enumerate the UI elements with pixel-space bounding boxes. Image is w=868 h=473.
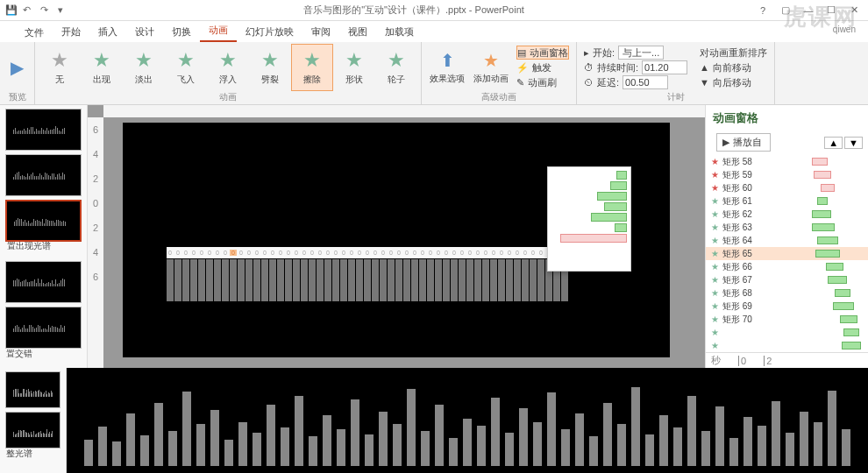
- timeline-bar[interactable]: [812, 210, 831, 218]
- tab-幻灯片放映[interactable]: 幻灯片放映: [237, 22, 302, 42]
- move-later-button[interactable]: ▼向后移动: [700, 75, 767, 89]
- spectrum-bar[interactable]: [427, 259, 434, 301]
- anim-effect-擦除[interactable]: ★擦除: [291, 44, 333, 91]
- spectrum-bar[interactable]: [435, 259, 442, 301]
- tab-视图[interactable]: 视图: [339, 22, 376, 42]
- account-name[interactable]: qiwen: [833, 25, 856, 34]
- timeline-bar[interactable]: [817, 236, 838, 244]
- tab-开始[interactable]: 开始: [53, 22, 89, 42]
- move-up-button[interactable]: ▲: [824, 137, 843, 149]
- minimize-icon[interactable]: —: [798, 3, 819, 18]
- anim-effect-飞入[interactable]: ★飞入: [165, 44, 207, 91]
- ribbon-options-icon[interactable]: ▢: [775, 3, 796, 18]
- animation-item[interactable]: ★矩形 67: [706, 273, 868, 286]
- add-animation-button[interactable]: ★添加动画: [469, 44, 513, 91]
- file-tab[interactable]: 文件: [16, 23, 53, 42]
- spectrum-bar[interactable]: [395, 259, 402, 301]
- timeline-bar[interactable]: [815, 250, 840, 258]
- redo-icon[interactable]: ↷: [40, 4, 53, 17]
- spectrum-bar[interactable]: [324, 259, 331, 301]
- timeline-bar[interactable]: [821, 184, 835, 192]
- spectrum-bar[interactable]: [167, 259, 174, 301]
- animation-item[interactable]: ★: [706, 326, 868, 339]
- spectrum-bar[interactable]: [490, 259, 497, 301]
- animation-item[interactable]: ★矩形 61: [706, 194, 868, 208]
- spectrum-bars[interactable]: 0000000000000000000000000000000000000000…: [167, 259, 608, 301]
- spectrum-bar[interactable]: [530, 259, 537, 301]
- spectrum-bar[interactable]: [222, 259, 229, 301]
- timeline-bar[interactable]: [840, 315, 857, 323]
- spectrum-bar[interactable]: [332, 259, 339, 301]
- slide-thumbnail[interactable]: 置出现光谱: [5, 200, 82, 242]
- trigger-button[interactable]: ⚡触发: [516, 60, 569, 74]
- spectrum-bar[interactable]: [459, 259, 466, 301]
- spectrum-bar[interactable]: [537, 259, 544, 301]
- spectrum-bar[interactable]: [443, 259, 450, 301]
- tab-设计[interactable]: 设计: [126, 22, 163, 42]
- animation-item[interactable]: ★矩形 58: [706, 155, 868, 168]
- anim-effect-轮子[interactable]: ★轮子: [375, 44, 417, 91]
- spectrum-bar[interactable]: [482, 259, 489, 301]
- slide-thumbnail[interactable]: [5, 371, 60, 408]
- animation-item[interactable]: ★矩形 69: [706, 300, 868, 313]
- timeline-bar[interactable]: [843, 328, 859, 336]
- spectrum-bar[interactable]: [261, 259, 268, 301]
- animation-item[interactable]: ★矩形 62: [706, 208, 868, 221]
- preview-button[interactable]: ▶: [4, 44, 31, 91]
- slide-thumbnail[interactable]: 整光谱: [5, 412, 60, 448]
- slide-editor[interactable]: 6420246 00000000000000000000000000000000…: [88, 105, 705, 368]
- timeline-bar[interactable]: [814, 171, 831, 179]
- spectrum-bar[interactable]: [269, 259, 276, 301]
- timeline-bar[interactable]: [817, 197, 828, 205]
- tab-切换[interactable]: 切换: [163, 22, 200, 42]
- spectrum-bar[interactable]: [309, 259, 316, 301]
- spectrum-bar[interactable]: [466, 259, 473, 301]
- move-down-button[interactable]: ▼: [844, 137, 863, 149]
- spectrum-bar[interactable]: [317, 259, 324, 301]
- tab-插入[interactable]: 插入: [89, 22, 126, 42]
- play-from-button[interactable]: ▶播放自: [716, 133, 771, 152]
- effect-options-button[interactable]: ⬆效果选项: [425, 44, 469, 91]
- spectrum-bar[interactable]: [403, 259, 410, 301]
- spectrum-bar[interactable]: [388, 259, 395, 301]
- spectrum-bar[interactable]: [238, 259, 245, 301]
- spectrum-bar[interactable]: [364, 259, 371, 301]
- slide-thumbnail[interactable]: 置交错: [5, 307, 82, 349]
- timeline-bar[interactable]: [812, 223, 835, 231]
- move-earlier-button[interactable]: ▲向前移动: [700, 60, 767, 74]
- spectrum-bar[interactable]: [356, 259, 363, 301]
- animation-item[interactable]: ★矩形 63: [706, 221, 868, 234]
- timeline-bar[interactable]: [828, 276, 847, 284]
- tab-动画[interactable]: 动画: [200, 20, 237, 42]
- slide-canvas[interactable]: 0000000000000000000000000000000000000000…: [123, 123, 670, 357]
- spectrum-bar[interactable]: [451, 259, 458, 301]
- undo-icon[interactable]: ↶: [23, 4, 35, 17]
- animation-item[interactable]: ★矩形 59: [706, 168, 868, 181]
- animation-pane-button[interactable]: ▤动画窗格: [516, 46, 569, 60]
- qat-more-icon[interactable]: ▾: [58, 4, 70, 17]
- spectrum-bar[interactable]: [182, 259, 189, 301]
- spectrum-bar[interactable]: [230, 259, 237, 301]
- anim-effect-无[interactable]: ★无: [39, 44, 81, 91]
- spectrum-bar[interactable]: [277, 259, 284, 301]
- spectrum-bar[interactable]: [293, 259, 300, 301]
- start-row[interactable]: ▸开始:与上一...: [584, 46, 687, 60]
- spectrum-bar[interactable]: [174, 259, 181, 301]
- spectrum-bar[interactable]: [506, 259, 513, 301]
- spectrum-bar[interactable]: [522, 259, 529, 301]
- spectrum-bar[interactable]: [498, 259, 505, 301]
- animation-item[interactable]: ★: [706, 339, 868, 352]
- spectrum-bar[interactable]: [285, 259, 292, 301]
- spectrum-bar[interactable]: [348, 259, 355, 301]
- spectrum-bar[interactable]: [198, 259, 205, 301]
- spectrum-bar[interactable]: [301, 259, 308, 301]
- tab-加载项[interactable]: 加载项: [376, 22, 423, 42]
- anim-effect-劈裂[interactable]: ★劈裂: [249, 44, 291, 91]
- spectrum-bar[interactable]: [474, 259, 481, 301]
- spectrum-bar[interactable]: [340, 259, 347, 301]
- animation-item[interactable]: ★矩形 70: [706, 313, 868, 326]
- tab-审阅[interactable]: 审阅: [302, 22, 339, 42]
- slide-thumbnail[interactable]: [5, 109, 82, 151]
- duration-row[interactable]: ⏱持续时间:01.20: [584, 60, 687, 74]
- spectrum-bar[interactable]: [190, 259, 197, 301]
